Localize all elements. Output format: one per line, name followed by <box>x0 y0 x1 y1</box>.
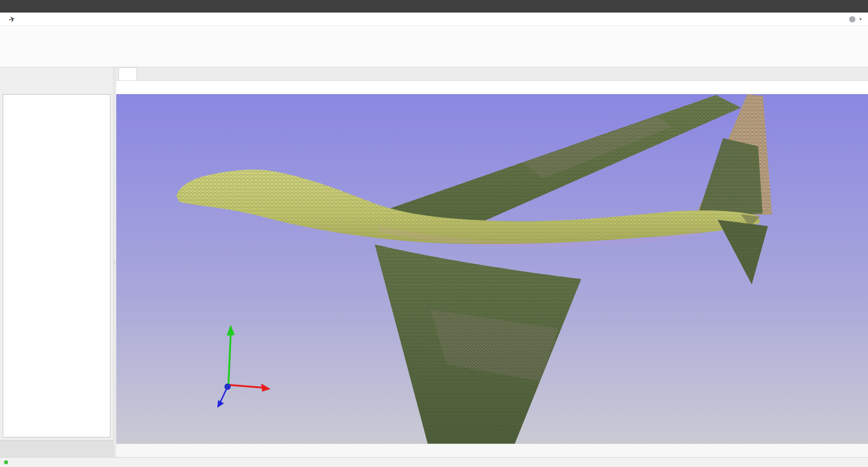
status-ready-dot-icon <box>4 460 8 464</box>
ribbon <box>0 26 868 67</box>
close-button[interactable] <box>848 0 868 13</box>
project-tree <box>3 94 110 437</box>
content: ⋮ <box>0 67 868 457</box>
app-logo-plane-icon: ✈ <box>0 12 25 26</box>
project-panel <box>0 67 113 457</box>
statusbar <box>0 457 868 467</box>
menubar: ✈ ▾ <box>0 13 868 26</box>
minimize-button[interactable] <box>807 0 828 13</box>
doc-tab-3d-view[interactable] <box>118 67 137 80</box>
chevron-down-icon[interactable]: ▾ <box>859 17 862 22</box>
document-tabs <box>116 67 868 81</box>
app-window: ✈ ▾ ⋮ <box>0 0 868 467</box>
viewport-canvas[interactable] <box>116 94 868 444</box>
viewport-toolbar <box>116 81 868 94</box>
menubar-right: ▾ <box>845 16 868 22</box>
viewport[interactable] <box>116 94 868 444</box>
maximize-button[interactable] <box>828 0 848 13</box>
project-panel-toolbar <box>0 80 113 93</box>
project-panel-bottom-tab[interactable] <box>0 440 113 457</box>
user-dot-icon[interactable] <box>849 16 855 22</box>
message-bar <box>116 444 868 457</box>
project-panel-header <box>0 67 113 80</box>
titlebar <box>0 0 868 13</box>
window-controls <box>801 0 868 13</box>
panel-splitter[interactable]: ⋮ <box>113 67 116 457</box>
main-area <box>116 67 868 457</box>
